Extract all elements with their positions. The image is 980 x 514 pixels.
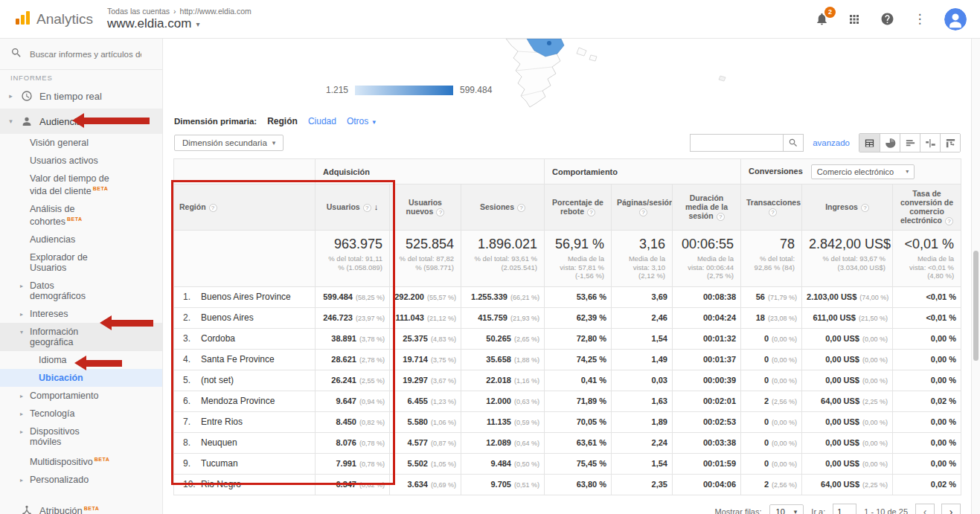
metric-cell: 19.714(3,75 %) bbox=[390, 349, 461, 370]
region-link[interactable]: Rio Negro bbox=[201, 479, 241, 489]
search-input[interactable] bbox=[30, 50, 141, 59]
view-comparison-button[interactable] bbox=[920, 134, 940, 152]
ecommerce-selector[interactable]: Comercio electrónico ▾ bbox=[811, 164, 915, 179]
metric-cell: 26.241(2,55 %) bbox=[316, 370, 390, 391]
region-link[interactable]: Neuquen bbox=[201, 437, 237, 448]
table-row: 6.Mendoza Province9.647(0,94 %)6.455(1,2… bbox=[174, 391, 961, 411]
sidebar-item-dispositivos-moviles[interactable]: ▸Dispositivos móviles bbox=[0, 423, 162, 451]
advanced-link[interactable]: avanzado bbox=[813, 138, 850, 147]
dimension-ciudad[interactable]: Ciudad bbox=[308, 116, 336, 126]
region-link[interactable]: Entre Rios bbox=[201, 417, 243, 427]
main-content: 1.215 599.484 Dimensión primaria: Región… bbox=[164, 39, 971, 514]
more-menu-button[interactable]: ⋮ bbox=[912, 11, 928, 28]
metric-cell: 00:04:24 bbox=[673, 307, 741, 328]
region-link[interactable]: Mendoza Province bbox=[201, 396, 275, 406]
notifications-button[interactable]: 2 bbox=[813, 11, 830, 28]
caret-down-icon: ▾ bbox=[794, 508, 798, 514]
sidebar-item-informacion-geografica[interactable]: ▾Información geográfica bbox=[0, 323, 162, 351]
region-link[interactable]: Santa Fe Province bbox=[201, 354, 275, 364]
view-pivot-button[interactable] bbox=[940, 134, 960, 152]
metric-cell: 0,03 bbox=[612, 370, 673, 391]
breadcrumb-current[interactable]: http://www.eldia.com bbox=[180, 7, 252, 16]
metric-cell: 3.634(0,69 %) bbox=[390, 474, 461, 495]
dimension-otros[interactable]: Otros ▾ bbox=[347, 116, 376, 126]
region-cell: 6.Mendoza Province bbox=[174, 391, 316, 411]
reports-section-label: INFORMES bbox=[0, 70, 162, 83]
apps-grid-button[interactable] bbox=[846, 11, 862, 28]
beta-badge: BETA bbox=[67, 216, 83, 222]
column-header-porcentaje-de-rebote[interactable]: Porcentaje de rebote? bbox=[545, 184, 612, 231]
summary-value: <0,01 % bbox=[900, 237, 954, 252]
caret-down-icon: ▾ bbox=[373, 118, 377, 126]
row-rank: 8. bbox=[183, 437, 201, 448]
metric-cell: 19.297(3,67 %) bbox=[390, 370, 461, 391]
vertical-scrollbar[interactable] bbox=[971, 39, 980, 514]
sidebar-item-ubicacion[interactable]: Ubicación bbox=[0, 369, 162, 387]
sidebar-item-audiencias[interactable]: Audiencias bbox=[0, 231, 162, 248]
breadcrumb-root[interactable]: Todas las cuentas bbox=[107, 7, 170, 16]
column-header-usuarios-nuevos[interactable]: Usuarios nuevos? bbox=[390, 184, 461, 231]
view-table-button[interactable] bbox=[859, 134, 880, 152]
column-header-paginas-sesion[interactable]: Páginas/sesión? bbox=[612, 184, 673, 231]
analytics-logo[interactable]: Analytics bbox=[0, 9, 97, 30]
help-button[interactable] bbox=[879, 11, 895, 28]
next-page-button[interactable]: › bbox=[941, 504, 961, 514]
region-link[interactable]: Cordoba bbox=[201, 333, 235, 344]
column-header-region[interactable]: Región? bbox=[174, 184, 316, 231]
sidebar-item-valor-del-tiempo-de-vida-del-cliente[interactable]: Valor del tiempo de vida del clienteBETA bbox=[0, 170, 162, 200]
sidebar-search[interactable] bbox=[0, 39, 162, 70]
column-header-ingresos[interactable]: Ingresos? bbox=[802, 184, 893, 231]
prev-page-button[interactable]: ‹ bbox=[915, 504, 935, 514]
sidebar-item-en-tiempo-real[interactable]: ▸ En tiempo real bbox=[0, 83, 162, 109]
sidebar-item-vision-general[interactable]: Visión general bbox=[0, 134, 162, 152]
region-link[interactable]: (not set) bbox=[201, 375, 234, 385]
geo-map[interactable]: 1.215 599.484 bbox=[164, 39, 971, 110]
scrollbar-thumb[interactable] bbox=[973, 251, 979, 361]
group-header-comportamiento: Comportamiento bbox=[545, 159, 741, 184]
view-percentage-button[interactable] bbox=[880, 134, 900, 152]
avatar[interactable] bbox=[944, 8, 967, 30]
region-cell: 1.Buenos Aires Province bbox=[174, 286, 316, 307]
summary-sub-label: % del total: 93,67 % (3.034,00 US$) bbox=[809, 254, 885, 272]
table-row: 8.Neuquen8.076(0,78 %)4.577(0,87 %)12.08… bbox=[174, 432, 961, 453]
column-header-tasa-de-conversion-de-comercio-electronico[interactable]: Tasa de conversión de comercio electróni… bbox=[893, 184, 961, 231]
sidebar-item-analisis-de-cohortes[interactable]: Análisis de cohortesBETA bbox=[0, 200, 162, 231]
secondary-dimension-button[interactable]: Dimensión secundaria ▾ bbox=[174, 135, 284, 151]
view-performance-button[interactable] bbox=[900, 134, 920, 152]
region-link[interactable]: Tucuman bbox=[201, 458, 238, 469]
summary-value: 00:06:55 bbox=[679, 237, 734, 252]
sidebar-item-tecnologia[interactable]: ▸Tecnología bbox=[0, 405, 162, 423]
column-header-duracion-media-de-la-sesion[interactable]: Duración media de la sesión? bbox=[673, 184, 741, 231]
table-search-input[interactable] bbox=[690, 134, 784, 152]
sidebar-item-usuarios-activos[interactable]: Usuarios activos bbox=[0, 152, 162, 170]
map-city-dot bbox=[547, 41, 551, 45]
sidebar-item-multidispositivo[interactable]: MultidispositivoBETA bbox=[0, 451, 162, 471]
sidebar-item-explorador-de-usuarios[interactable]: Explorador de Usuarios bbox=[0, 248, 162, 277]
sidebar-item-atribucion[interactable]: AtribuciónBETA bbox=[0, 498, 162, 514]
metric-cell: 53,66 % bbox=[545, 286, 612, 307]
sidebar-item-personalizado[interactable]: ▸Personalizado bbox=[0, 471, 162, 489]
metric-cell: 35.658(1,88 %) bbox=[461, 349, 545, 370]
sidebar-item-label: Explorador de Usuarios bbox=[30, 252, 110, 273]
metric-cell: 12.000(0,63 %) bbox=[461, 391, 545, 411]
account-area: Todas las cuentas › http://www.eldia.com… bbox=[107, 7, 252, 31]
account-selector[interactable]: www.eldia.com ▾ bbox=[107, 16, 252, 31]
rows-per-page-select[interactable]: 10 ▾ bbox=[769, 504, 804, 514]
sidebar-item-datos-demograficos[interactable]: ▸Datos demográficos bbox=[0, 277, 162, 305]
table-search-button[interactable] bbox=[784, 134, 804, 152]
column-header-sesiones[interactable]: Sesiones? bbox=[461, 184, 545, 231]
sidebar-item-intereses[interactable]: ▸Intereses bbox=[0, 305, 162, 323]
column-header-usuarios[interactable]: Usuarios?↓ bbox=[316, 184, 390, 231]
column-header-transacciones[interactable]: Transacciones? bbox=[741, 184, 802, 231]
sidebar-item-idioma[interactable]: Idioma bbox=[0, 351, 162, 369]
sidebar-item-comportamiento[interactable]: ▸Comportamiento bbox=[0, 387, 162, 405]
sidebar-item-audiencia[interactable]: ▾ Audiencia bbox=[0, 109, 162, 134]
region-link[interactable]: Buenos Aires bbox=[201, 312, 254, 323]
row-rank: 5. bbox=[183, 375, 201, 385]
goto-page-input[interactable] bbox=[833, 504, 856, 514]
dimension-region[interactable]: Región bbox=[267, 116, 298, 126]
sort-desc-icon[interactable]: ↓ bbox=[374, 202, 379, 211]
region-link[interactable]: Buenos Aires Province bbox=[201, 292, 291, 302]
summary-sub-label: % del total: 87,82 % (598.771) bbox=[397, 254, 454, 272]
metric-cell: 0,41 % bbox=[545, 370, 612, 391]
